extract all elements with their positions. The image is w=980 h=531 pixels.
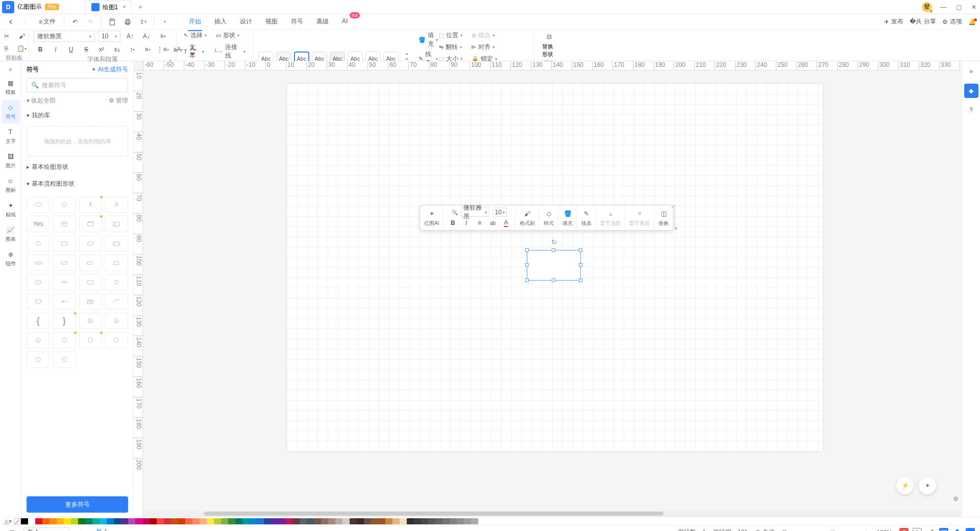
- page-tab[interactable]: 页-1: [93, 526, 111, 531]
- shape-pill[interactable]: [53, 255, 76, 271]
- no-color-swatch[interactable]: [14, 518, 21, 524]
- color-swatch[interactable]: [185, 518, 192, 524]
- shape-face-4[interactable]: [53, 332, 76, 348]
- shape-tool[interactable]: ▭ 形状 ▾: [214, 31, 241, 40]
- focus-mode-button[interactable]: 👁 专注: [755, 528, 775, 531]
- font-increase-button[interactable]: A↑: [124, 31, 137, 42]
- shape-lines[interactable]: [53, 274, 76, 290]
- handle-mr[interactable]: [579, 263, 582, 267]
- color-swatch[interactable]: [278, 518, 285, 524]
- color-swatch[interactable]: [457, 518, 464, 524]
- tab-advanced[interactable]: 高级: [315, 15, 330, 28]
- shape-note[interactable]: [79, 293, 102, 310]
- fit-button[interactable]: ⊡: [782, 529, 787, 532]
- selected-shape[interactable]: ↻: [527, 250, 581, 281]
- handle-tr[interactable]: [579, 248, 582, 252]
- shape-hexagon[interactable]: [27, 274, 50, 290]
- save-button[interactable]: [106, 15, 119, 29]
- canvas-settings-icon[interactable]: ⚙: [953, 495, 959, 502]
- shape-face-6[interactable]: [105, 332, 128, 348]
- sidebar-component[interactable]: ⊕组件: [2, 247, 20, 270]
- shape-circle2[interactable]: [27, 235, 50, 251]
- sidebar-template[interactable]: ▦模板: [2, 75, 20, 99]
- color-swatch[interactable]: [371, 518, 378, 524]
- color-swatch[interactable]: [114, 518, 121, 524]
- ctx-fill-icon[interactable]: 🪣: [562, 209, 573, 219]
- shape-actor[interactable]: [79, 196, 102, 213]
- tab-insert[interactable]: 插入: [213, 15, 228, 28]
- color-swatch[interactable]: [78, 518, 85, 524]
- tab-symbol[interactable]: 符号: [290, 15, 304, 28]
- color-swatch[interactable]: [164, 518, 171, 524]
- more-button[interactable]: ▾: [158, 15, 172, 29]
- print-button[interactable]: [121, 15, 134, 29]
- shape-database[interactable]: [53, 216, 76, 232]
- color-swatch[interactable]: [271, 518, 278, 524]
- shape-face-8[interactable]: [53, 351, 76, 368]
- shape-connector-circle[interactable]: [105, 274, 128, 290]
- handle-tl[interactable]: [525, 248, 529, 252]
- notifications-button[interactable]: 🔔: [968, 18, 976, 26]
- file-menu[interactable]: ≡ 文件: [35, 15, 60, 29]
- color-swatch[interactable]: [28, 518, 35, 524]
- shape-offpage[interactable]: [27, 293, 50, 310]
- shape-face-7[interactable]: [27, 351, 50, 368]
- ime-icon[interactable]: S: [899, 528, 909, 532]
- sidebar-icon[interactable]: ☺图标: [2, 173, 20, 197]
- user-avatar[interactable]: 登: [922, 2, 932, 12]
- tab-start[interactable]: 开始: [188, 15, 202, 28]
- font-decrease-button[interactable]: A↓: [140, 31, 153, 42]
- publish-button[interactable]: ✈ 发布: [884, 17, 903, 26]
- color-swatch[interactable]: [471, 518, 478, 524]
- collapse-all-button[interactable]: ▾ 收起全部: [27, 96, 56, 105]
- shape-ellipse[interactable]: [27, 196, 50, 213]
- share-button[interactable]: �共 分享: [910, 17, 936, 26]
- shape-face-2[interactable]: [105, 313, 128, 329]
- shape-parallelogram[interactable]: [79, 235, 102, 251]
- zoom-thumb[interactable]: [829, 529, 836, 532]
- replace-shape-button[interactable]: ⊟替换形状: [539, 31, 559, 59]
- tab-view[interactable]: 视图: [264, 15, 279, 28]
- copy-button[interactable]: ⎘: [0, 43, 13, 54]
- page-select[interactable]: 页-1▾: [23, 527, 69, 532]
- shape-face-3[interactable]: [27, 332, 50, 348]
- shape-rounded[interactable]: [79, 255, 102, 271]
- tab-ai[interactable]: AIhot: [341, 15, 349, 28]
- pages-icon[interactable]: ▥: [5, 527, 18, 532]
- zoom-value[interactable]: 100%: [876, 529, 892, 532]
- ctx-italic[interactable]: I: [461, 218, 471, 228]
- strike-button[interactable]: S: [80, 44, 93, 55]
- ctx-size-select[interactable]: 10▾: [493, 208, 507, 217]
- forward-button[interactable]: 〉: [19, 15, 33, 29]
- add-tab-button[interactable]: ＋: [137, 3, 144, 12]
- shape-decision-yes[interactable]: Yes: [27, 216, 50, 232]
- color-swatch[interactable]: [142, 518, 150, 524]
- color-swatch[interactable]: [314, 518, 321, 524]
- ai-icon[interactable]: ✦: [427, 209, 437, 219]
- styles-scroll-down[interactable]: ▾: [406, 57, 409, 61]
- format-painter-button[interactable]: 🖌: [15, 31, 29, 42]
- color-swatch[interactable]: [257, 518, 264, 524]
- group-button[interactable]: ⊞ 组合 ▾: [470, 31, 497, 40]
- category-basic[interactable]: ▸ 基本绘图形状: [27, 161, 128, 173]
- color-swatch[interactable]: [264, 518, 271, 524]
- shape-face-5[interactable]: [79, 332, 102, 348]
- color-swatch[interactable]: [450, 518, 457, 524]
- list-button[interactable]: ⋮≡▾: [156, 44, 169, 55]
- color-swatch[interactable]: [321, 518, 328, 524]
- eyedropper-icon[interactable]: ◬▾: [4, 518, 12, 525]
- text-direction-button[interactable]: ↕▾: [126, 44, 139, 55]
- sidebar-symbol[interactable]: ◇符号: [2, 100, 20, 123]
- color-swatch[interactable]: [464, 518, 471, 524]
- sidebar-text[interactable]: T文字: [2, 124, 20, 148]
- ctx-ab[interactable]: ab: [487, 218, 498, 228]
- bold-button[interactable]: B: [34, 44, 47, 55]
- color-swatch[interactable]: [235, 518, 242, 524]
- color-swatch[interactable]: [292, 518, 300, 524]
- align-button2[interactable]: ⊫ 对齐 ▾: [469, 42, 497, 52]
- color-swatch[interactable]: [57, 518, 64, 524]
- color-swatch[interactable]: [35, 518, 42, 524]
- select-tool[interactable]: ↖ 选择 ▾: [182, 31, 209, 40]
- ctx-bold[interactable]: B: [448, 218, 458, 228]
- color-swatch[interactable]: [242, 518, 250, 524]
